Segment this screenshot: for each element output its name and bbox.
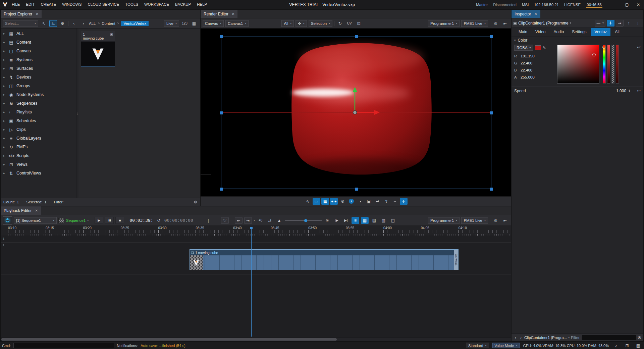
next-cue-icon[interactable]: ⇥ (244, 217, 252, 224)
menu-item[interactable]: CLOUD SERVICE (85, 0, 122, 9)
chevron-down-icon[interactable]: ▾ (570, 21, 571, 24)
loop-icon[interactable]: ↺ (155, 217, 163, 224)
chevron-right-icon[interactable]: ▸ (3, 49, 6, 53)
speed-slider[interactable] (285, 217, 322, 224)
panes-view-icon[interactable]: ◫ (389, 217, 397, 224)
nav-forward-button[interactable]: › (79, 20, 87, 27)
vertical-ruler-icon[interactable]: ⇕ (382, 198, 390, 205)
speed-value-field[interactable]: 1.000 (616, 89, 626, 93)
color-section-header[interactable]: ▾ Color (512, 37, 643, 44)
breadcrumb-current[interactable]: VentuzVertex (121, 21, 149, 26)
render-viewport[interactable] (201, 29, 511, 196)
tab-render-editor[interactable]: Render Editor ✕ (201, 10, 237, 18)
tree-item[interactable]: ▸ ≋ Sequences (1, 99, 76, 108)
gizmo-origin[interactable] (353, 111, 357, 114)
speed-stepper[interactable]: ▲ ▼ (628, 89, 630, 93)
close-icon[interactable]: ✕ (232, 12, 234, 16)
uv-view-button[interactable]: UV (345, 20, 353, 27)
timeline-ruler[interactable]: 03:1003:1503:2003:2503:3003:3503:4003:45… (1, 226, 511, 236)
move-tool-icon[interactable]: ✛ (400, 198, 408, 205)
chevron-right-icon[interactable]: ▸ (3, 93, 6, 96)
timeline-horizontal-scrollbar[interactable] (1, 337, 511, 341)
gear-icon[interactable]: ⚙ (59, 20, 66, 27)
safe-frame-icon[interactable]: ⊡ (355, 20, 363, 27)
snapshot-camera-icon[interactable]: ▣ (365, 198, 373, 205)
close-button[interactable]: ✕ (633, 0, 644, 9)
selection-handle[interactable] (355, 35, 358, 38)
follow-selection-icon[interactable]: ✛ (607, 20, 614, 27)
nav-forward-button[interactable]: › (519, 335, 523, 340)
tree-item[interactable]: ▸ ≡ GlobalLayers (1, 134, 76, 143)
pin-icon[interactable]: ⊙ (492, 20, 499, 27)
menu-item[interactable]: CREATE (38, 0, 59, 9)
frame-in-icon[interactable]: [▶ (333, 217, 340, 224)
hue-strip[interactable] (603, 45, 606, 84)
color-channel-row[interactable]: B 22.400 (514, 66, 554, 73)
color-channel-row[interactable]: R 191.150 (514, 52, 554, 59)
selection-mode-dropdown[interactable]: Selection ▾ (309, 20, 332, 27)
tree-item[interactable]: ▸ ↻ PMEs (1, 143, 76, 151)
channel-value-field[interactable]: 22.400 (521, 61, 532, 65)
selection-handle[interactable] (220, 188, 223, 191)
texture-preview-icon[interactable]: ▭ (313, 198, 320, 205)
tone-strip[interactable] (616, 45, 619, 84)
breadcrumb-content[interactable]: Content (102, 21, 115, 26)
columns-view-icon[interactable]: ▥ (380, 217, 387, 224)
maximize-button[interactable]: ▢ (621, 0, 633, 9)
tree-item[interactable]: ▸ ▣ Schedules (1, 116, 76, 125)
keyframe-icon[interactable]: ▲ (275, 217, 283, 224)
chevron-right-icon[interactable]: ▸ (3, 102, 6, 105)
menu-item[interactable]: WORKSPACE (141, 0, 172, 9)
tree-item[interactable]: ▸ ⊞ Surfaces (1, 64, 76, 73)
playhead-line[interactable] (251, 227, 252, 337)
night-mode-icon[interactable]: ◑ (356, 198, 364, 205)
power-toggle-button[interactable] (3, 216, 12, 225)
menu-item[interactable]: HELP (194, 0, 210, 9)
table-view-icon[interactable]: ▤ (370, 217, 378, 224)
reset-speed-icon[interactable]: ↩ (637, 88, 641, 93)
menu-item[interactable]: TOOLS (122, 0, 141, 9)
tab-ventuz[interactable]: Ventuz (591, 28, 611, 36)
hue-indicator[interactable] (602, 46, 605, 49)
sequence-dropdown[interactable]: [1] Sequence1 ▾ (14, 217, 57, 224)
gizmo-y-arrow[interactable] (353, 87, 357, 92)
chevron-down-icon[interactable]: ▾ (87, 219, 89, 222)
filter-all-dropdown[interactable]: All ▾ (281, 20, 294, 27)
saturation-value-picker[interactable] (557, 45, 599, 84)
rotate-view-icon[interactable]: ↻ (336, 20, 344, 27)
clip-end-cap[interactable]: Canvas1 (454, 250, 458, 270)
tab-inspector[interactable]: Inspector ✕ (512, 10, 540, 18)
reset-view-icon[interactable]: ↩ (374, 198, 381, 205)
playhead-marker[interactable] (250, 227, 253, 229)
stop-button[interactable]: ■ (115, 217, 124, 224)
programmer-dropdown[interactable]: Programmer1 ▾ (428, 20, 460, 27)
tab-main[interactable]: Main (515, 28, 531, 36)
channel-value-field[interactable]: 22.400 (521, 68, 532, 72)
color-mode-dropdown[interactable]: RGBA ▾ (514, 45, 533, 51)
chevron-right-icon[interactable]: ▸ (3, 154, 6, 157)
menu-item[interactable]: FILE (9, 0, 23, 9)
menu-item[interactable]: EDIT (23, 0, 38, 9)
shield-icon[interactable]: ♡ (221, 217, 229, 224)
speaker-icon[interactable]: ♪ (612, 343, 620, 348)
dock-icon[interactable]: ⇥ (616, 20, 624, 27)
selection-handle[interactable] (490, 188, 493, 191)
footer-breadcrumb[interactable]: ClipContainer1 (Progra... (524, 336, 567, 340)
active-sequence-name[interactable]: Sequence1 (66, 218, 86, 222)
tree-item[interactable]: ▸ ≔ Playlists (1, 108, 76, 116)
live-mode-dropdown[interactable]: Live ▾ (164, 20, 179, 27)
timeline-tracks[interactable]: 1 2 ❏ 1 moving cube (1, 236, 511, 337)
minimize-button[interactable]: — (610, 0, 621, 9)
reset-color-icon[interactable]: ↩ (637, 45, 641, 84)
pause-button[interactable]: ▮▮ (105, 217, 114, 224)
history-dropdown[interactable]: — ▾ (595, 20, 605, 27)
shuffle-icon[interactable]: ⇄ (266, 217, 274, 224)
multi-user-icon[interactable]: ☻☻ (330, 198, 338, 205)
menu-item[interactable]: WINDOWS (59, 0, 85, 9)
selection-handle[interactable] (220, 111, 223, 114)
menu-item[interactable]: BACKUP (172, 0, 194, 9)
grid-overlay-icon[interactable]: ▦ (321, 198, 329, 205)
chevron-right-icon[interactable]: ▸ (3, 58, 6, 61)
selection-handle[interactable] (490, 111, 493, 114)
nav-back-button[interactable]: ‹ (70, 20, 78, 27)
